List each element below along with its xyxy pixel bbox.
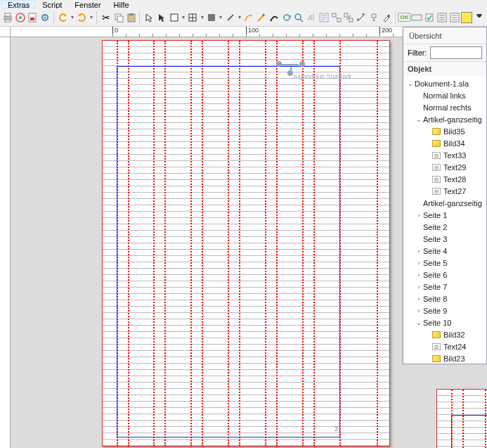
unlink-frames-icon[interactable] bbox=[343, 11, 356, 25]
tree-page[interactable]: ›Seite 1 bbox=[403, 209, 486, 221]
shape-tool-icon[interactable] bbox=[205, 11, 218, 25]
filter-input[interactable] bbox=[430, 46, 483, 59]
chevron-icon[interactable]: › bbox=[415, 260, 423, 267]
copy-icon[interactable] bbox=[112, 11, 125, 25]
paste-icon[interactable] bbox=[125, 11, 138, 25]
tree-page[interactable]: ›Seite 7 bbox=[403, 281, 486, 293]
chevron-icon[interactable]: › bbox=[415, 212, 423, 219]
tree-item-label: Artikel-ganzseitig bbox=[423, 199, 482, 207]
ruler-minor-tick bbox=[339, 34, 340, 37]
undo-dropdown[interactable]: ▾ bbox=[70, 11, 76, 25]
outline-tree[interactable]: ⌄Dokument-1.slaNormal linksNormal rechts… bbox=[403, 76, 486, 364]
tree-group[interactable]: Artikel-ganzseitig bbox=[403, 197, 486, 209]
tree-page[interactable]: ⌄Seite 10 bbox=[403, 316, 486, 328]
ruler-origin[interactable] bbox=[0, 27, 11, 37]
preflight-icon[interactable] bbox=[14, 11, 27, 25]
svg-line-31 bbox=[336, 17, 337, 18]
cut-icon[interactable]: ✂ bbox=[100, 11, 112, 25]
tableframe-dropdown[interactable]: ▾ bbox=[199, 11, 205, 25]
tree-item[interactable]: Text29 bbox=[403, 161, 486, 173]
tree-item[interactable]: Bild32 bbox=[403, 328, 486, 340]
line-dropdown[interactable]: ▾ bbox=[237, 11, 243, 25]
redo-icon[interactable] bbox=[76, 11, 89, 25]
pdf-icon[interactable] bbox=[27, 11, 39, 25]
tree-document[interactable]: ⌄Dokument-1.sla bbox=[403, 77, 486, 89]
ok-button[interactable]: OK bbox=[398, 11, 410, 25]
settings-icon[interactable] bbox=[39, 11, 51, 25]
edit-text-tool-icon[interactable]: A bbox=[305, 11, 318, 25]
chevron-icon[interactable]: › bbox=[415, 248, 423, 255]
tree-item[interactable]: Text33 bbox=[403, 149, 486, 161]
tree-item[interactable]: Text24 bbox=[403, 340, 486, 352]
tree-page[interactable]: Seite 2 bbox=[403, 221, 486, 233]
textframe-dropdown[interactable]: ▾ bbox=[181, 11, 187, 25]
svg-rect-29 bbox=[332, 13, 336, 17]
tree-page[interactable]: ›Seite 4 bbox=[403, 245, 486, 257]
chevron-icon[interactable]: ⌄ bbox=[415, 116, 423, 123]
eyedropper-icon[interactable] bbox=[380, 11, 393, 25]
chevron-icon[interactable]: › bbox=[415, 307, 423, 314]
print-icon[interactable] bbox=[1, 11, 14, 25]
calligraphy-tool-icon[interactable] bbox=[268, 11, 280, 25]
tree-item[interactable]: Text28 bbox=[403, 173, 486, 185]
tree-master[interactable]: Normal links bbox=[403, 89, 486, 101]
link-frames-icon[interactable] bbox=[330, 11, 343, 25]
zoom-tool-icon[interactable] bbox=[292, 11, 305, 25]
text-frame[interactable] bbox=[451, 415, 487, 448]
next-page-preview[interactable] bbox=[436, 389, 487, 448]
tableframe-tool-icon[interactable] bbox=[186, 11, 199, 25]
tree-item-label: Seite 1 bbox=[423, 211, 447, 219]
tree-page[interactable]: ›Seite 8 bbox=[403, 293, 486, 305]
menu-script[interactable]: Script bbox=[36, 0, 68, 8]
checkbox-icon[interactable] bbox=[423, 11, 436, 25]
chevron-icon[interactable]: › bbox=[415, 271, 423, 279]
chevron-icon[interactable]: › bbox=[415, 295, 423, 302]
menu-fenster[interactable]: Fenster bbox=[68, 0, 107, 8]
vertical-ruler[interactable] bbox=[0, 37, 11, 448]
shape-dropdown[interactable]: ▾ bbox=[218, 11, 224, 25]
ruler-minor-tick bbox=[366, 34, 367, 37]
measure-tool-icon[interactable] bbox=[355, 11, 368, 25]
menu-hilfe[interactable]: Hilfe bbox=[108, 0, 136, 8]
tree-group[interactable]: ⌄Artikel-ganzseitig bbox=[403, 113, 486, 125]
tree-page[interactable]: ›Seite 9 bbox=[403, 305, 486, 316]
annotation-icon[interactable] bbox=[473, 11, 486, 25]
tree-item[interactable]: Bild35 bbox=[403, 125, 486, 137]
rotate-tool-icon[interactable] bbox=[280, 11, 293, 25]
tree-page[interactable]: ›Seite 5 bbox=[403, 257, 486, 269]
copy-props-icon[interactable] bbox=[368, 11, 380, 25]
story-editor-icon[interactable] bbox=[318, 11, 330, 25]
ruler-minor-tick bbox=[112, 34, 113, 37]
undo-icon[interactable] bbox=[57, 11, 70, 25]
chevron-icon[interactable]: ⌄ bbox=[415, 319, 423, 326]
toolbar: ▾ ▾ ✂ ▾ ▾ ▾ ▾ A OK bbox=[0, 8, 487, 27]
tree-item-label: Artikel-ganzseitig bbox=[423, 115, 482, 124]
tree-item[interactable]: Bild34 bbox=[403, 137, 486, 149]
freehand-tool-icon[interactable] bbox=[255, 11, 268, 25]
tree-item-label: Seite 9 bbox=[423, 307, 447, 315]
tree-master[interactable]: Normal rechts bbox=[403, 101, 486, 113]
tree-item[interactable]: Bild23 bbox=[403, 352, 486, 364]
form-button-icon[interactable] bbox=[410, 11, 423, 25]
page[interactable]: // generate after binding (done below wi… bbox=[102, 40, 390, 447]
svg-point-21 bbox=[295, 14, 301, 20]
chevron-icon[interactable]: ⌄ bbox=[406, 80, 415, 87]
chevron-icon[interactable]: › bbox=[415, 283, 423, 290]
tree-item-label: Normal links bbox=[423, 91, 466, 100]
pointer-select-icon[interactable] bbox=[143, 11, 155, 25]
tree-item[interactable]: Text27 bbox=[403, 185, 486, 197]
line-tool-icon[interactable] bbox=[224, 11, 237, 25]
textframe-tool-icon[interactable] bbox=[168, 11, 181, 25]
redo-dropdown[interactable]: ▾ bbox=[88, 11, 94, 25]
tree-page[interactable]: ›Seite 6 bbox=[403, 269, 486, 281]
text-frame[interactable]: 2 bbox=[117, 66, 340, 437]
menu-extras[interactable]: Extras bbox=[1, 0, 36, 8]
color-yellow-swatch[interactable] bbox=[461, 11, 474, 25]
bezier-tool-icon[interactable] bbox=[242, 11, 255, 25]
listbox-icon[interactable] bbox=[448, 11, 461, 25]
pointer-direct-icon[interactable] bbox=[155, 11, 168, 25]
tree-page[interactable]: Seite 3 bbox=[403, 233, 486, 245]
selection-handle[interactable] bbox=[299, 61, 305, 67]
textfield-icon[interactable] bbox=[436, 11, 448, 25]
tree-item-label: Dokument-1.sla bbox=[415, 79, 469, 88]
